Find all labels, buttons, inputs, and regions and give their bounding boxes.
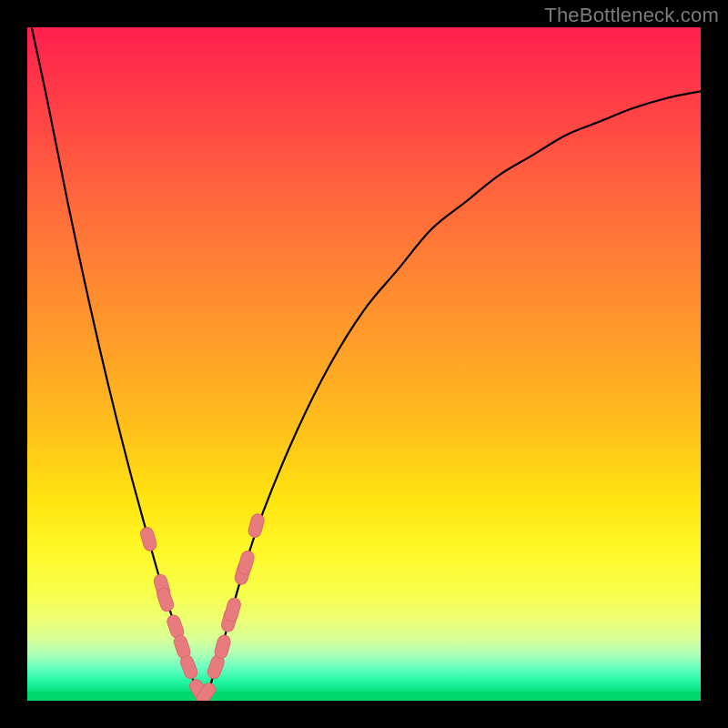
marker-bead	[223, 597, 242, 623]
marker-bead	[237, 550, 256, 576]
marker-bead	[156, 586, 175, 612]
svg-rect-2	[156, 586, 175, 612]
bottleneck-curve	[27, 27, 701, 701]
svg-rect-9	[213, 633, 232, 660]
watermark-text: TheBottleneck.com	[544, 4, 719, 27]
svg-rect-11	[223, 597, 242, 623]
curve-layer	[27, 27, 701, 701]
marker-bead	[213, 633, 232, 660]
marker-bead	[178, 653, 198, 680]
svg-rect-0	[139, 526, 158, 552]
svg-rect-5	[178, 653, 198, 680]
svg-rect-13	[237, 550, 256, 576]
marker-bead	[139, 526, 158, 552]
marker-bead	[247, 512, 265, 539]
sample-markers	[139, 512, 266, 701]
chart-frame: TheBottleneck.com	[0, 0, 728, 728]
svg-rect-14	[247, 512, 265, 539]
plot-area	[27, 27, 701, 701]
